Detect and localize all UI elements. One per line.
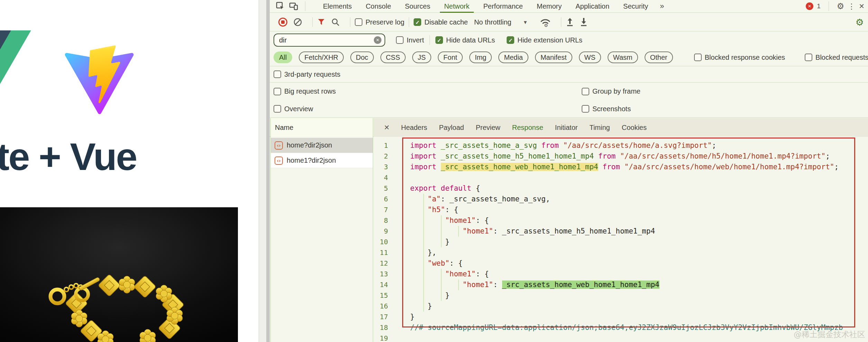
filter-input[interactable]: dir ✕ bbox=[274, 34, 385, 47]
overview-checkbox[interactable] bbox=[274, 105, 281, 113]
tab-performance[interactable]: Performance bbox=[477, 0, 530, 13]
third-party-requests-checkbox[interactable] bbox=[274, 70, 281, 78]
clear-network-log-icon[interactable] bbox=[293, 18, 302, 27]
network-conditions-icon[interactable]: ⚙ bbox=[540, 17, 551, 27]
detail-tab-response[interactable]: Response bbox=[506, 124, 549, 132]
code-token: "web" bbox=[428, 259, 450, 267]
tab-application[interactable]: Application bbox=[569, 0, 616, 13]
code-token: import bbox=[410, 141, 441, 150]
network-settings-gear-icon[interactable]: ⚙ bbox=[856, 17, 864, 28]
detail-tab-cookies[interactable]: Cookies bbox=[616, 124, 653, 132]
filter-pill-wasm[interactable]: Wasm bbox=[608, 51, 638, 63]
big-request-rows-checkbox[interactable] bbox=[274, 88, 281, 95]
detail-tab-timing[interactable]: Timing bbox=[583, 124, 616, 132]
line-number: 4 bbox=[373, 172, 393, 183]
tab-network[interactable]: Network bbox=[437, 0, 476, 13]
code-token: ; bbox=[834, 163, 839, 171]
tab-memory[interactable]: Memory bbox=[530, 0, 569, 13]
group-by-frame-checkbox[interactable] bbox=[582, 88, 589, 95]
invert-label: Invert bbox=[407, 36, 424, 44]
code-token: } bbox=[410, 302, 432, 310]
divider bbox=[305, 1, 305, 11]
filter-pill-fetch-xhr[interactable]: Fetch/XHR bbox=[299, 51, 344, 63]
device-toolbar-icon[interactable] bbox=[287, 2, 301, 11]
name-column-header[interactable]: Name bbox=[270, 118, 373, 137]
code-token: "/aa/src/assets/home/a.svg?import" bbox=[563, 141, 712, 150]
error-badge-icon[interactable]: ✕ bbox=[806, 2, 813, 10]
tab-security[interactable]: Security bbox=[616, 0, 655, 13]
code-line: 5export default { bbox=[373, 183, 868, 194]
settings-gear-icon[interactable]: ⚙ bbox=[837, 1, 844, 11]
indent-guide bbox=[458, 226, 459, 237]
detail-tab-headers[interactable]: Headers bbox=[395, 124, 433, 132]
inspect-element-icon[interactable] bbox=[274, 2, 287, 11]
code-token bbox=[410, 206, 428, 214]
code-line: 2import _src_assets_home_h5_home1_home1_… bbox=[373, 151, 868, 162]
throttling-dropdown[interactable]: No throttling ▾ bbox=[474, 18, 527, 26]
hide-data-urls-checkbox[interactable] bbox=[435, 36, 443, 44]
filter-pill-css[interactable]: CSS bbox=[380, 51, 406, 63]
vite-logo bbox=[63, 31, 135, 130]
code-token: : { bbox=[476, 270, 489, 278]
devtools-resize-handle[interactable] bbox=[259, 0, 270, 342]
tab-sources[interactable]: Sources bbox=[398, 0, 437, 13]
blocked-response-cookies-checkbox[interactable] bbox=[694, 54, 702, 61]
filter-funnel-icon[interactable] bbox=[317, 18, 325, 26]
screenshots-checkbox[interactable] bbox=[582, 105, 589, 113]
code-token: } bbox=[410, 291, 450, 300]
divider bbox=[561, 17, 561, 27]
response-code-viewer[interactable]: 1import _src_assets_home_a_svg from "/aa… bbox=[373, 137, 868, 342]
filter-pill-font[interactable]: Font bbox=[438, 51, 463, 63]
filter-pill-doc[interactable]: Doc bbox=[350, 51, 374, 63]
code-token bbox=[410, 216, 445, 225]
disable-cache-checkbox[interactable] bbox=[414, 18, 421, 26]
tab-elements[interactable]: Elements bbox=[316, 0, 359, 13]
blocked-response-cookies-label: Blocked response cookies bbox=[705, 54, 785, 61]
code-line: 15 } bbox=[373, 290, 868, 301]
screenshot-stage: te + Vue bbox=[0, 0, 868, 342]
export-har-icon[interactable] bbox=[580, 17, 588, 27]
import-har-icon[interactable] bbox=[566, 17, 574, 27]
blocked-requests-checkbox[interactable] bbox=[805, 54, 812, 61]
close-detail-pane-icon[interactable]: ✕ bbox=[378, 123, 395, 132]
more-tabs-icon[interactable]: » bbox=[655, 2, 669, 11]
code-line: 12 "web": { bbox=[373, 258, 868, 269]
code-token: export bbox=[410, 184, 436, 192]
indent-guide bbox=[441, 215, 442, 247]
filter-pill-js[interactable]: JS bbox=[412, 51, 431, 63]
code-tokens bbox=[393, 333, 410, 342]
filter-pill-all[interactable]: All bbox=[274, 51, 292, 63]
close-devtools-icon[interactable]: ✕ bbox=[859, 2, 865, 10]
request-row[interactable]: ‹›home?dir2json bbox=[271, 138, 373, 153]
filter-pill-img[interactable]: Img bbox=[469, 51, 492, 63]
svg-text:⚙: ⚙ bbox=[544, 23, 548, 27]
line-number: 1 bbox=[373, 140, 393, 151]
tab-console[interactable]: Console bbox=[359, 0, 398, 13]
search-icon[interactable] bbox=[331, 18, 340, 27]
filter-pill-media[interactable]: Media bbox=[498, 51, 528, 63]
filter-pill-ws[interactable]: WS bbox=[579, 51, 601, 63]
code-line: 9 "home1": _src_assets_home_h5_home1_hom… bbox=[373, 226, 868, 237]
invert-checkbox[interactable] bbox=[396, 36, 404, 44]
request-list: ‹›home?dir2json‹›home1?dir2json bbox=[270, 137, 373, 342]
filter-pill-manifest[interactable]: Manifest bbox=[535, 51, 572, 63]
detail-tab-preview[interactable]: Preview bbox=[470, 124, 506, 132]
divider bbox=[312, 17, 313, 27]
detail-tab-payload[interactable]: Payload bbox=[433, 124, 470, 132]
code-token: _src_assets_home_h5_home1_home1_mp4 bbox=[441, 152, 594, 160]
clear-filter-icon[interactable]: ✕ bbox=[374, 36, 381, 44]
hide-extension-urls-checkbox[interactable] bbox=[507, 36, 514, 44]
filter-pill-other[interactable]: Other bbox=[645, 51, 673, 63]
indent-guide bbox=[441, 269, 442, 301]
error-count[interactable]: 1 bbox=[817, 2, 821, 10]
preserve-log-checkbox[interactable] bbox=[355, 18, 362, 26]
request-row[interactable]: ‹›home1?dir2json bbox=[271, 153, 373, 168]
divider bbox=[829, 1, 829, 11]
code-token: ; bbox=[712, 141, 716, 150]
code-token bbox=[410, 270, 445, 278]
detail-tab-initiator[interactable]: Initiator bbox=[549, 124, 584, 132]
code-token: : { bbox=[445, 206, 458, 214]
record-network-log-button[interactable] bbox=[278, 17, 288, 27]
more-options-dots-icon[interactable]: ⋮ bbox=[848, 2, 855, 11]
script-file-icon: ‹› bbox=[275, 156, 283, 165]
